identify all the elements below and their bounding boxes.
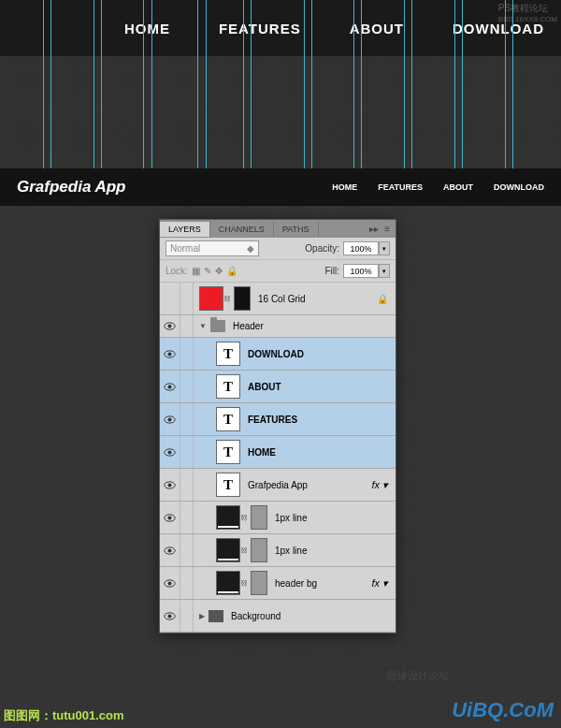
layer-thumb: [216, 538, 240, 562]
layer-thumb: [216, 505, 240, 530]
visibility-toggle[interactable]: [160, 436, 180, 468]
fill-input[interactable]: 100%: [343, 264, 379, 278]
blend-mode-select[interactable]: Normal◆: [165, 240, 259, 256]
opacity-label: Opacity:: [305, 243, 339, 254]
tab-layers[interactable]: LAYERS: [160, 222, 210, 237]
visibility-toggle[interactable]: [160, 534, 180, 566]
opacity-input[interactable]: 100%: [343, 241, 379, 255]
watermark-top: PS教程论坛 BBS.16XX8.COM: [498, 2, 557, 23]
tab-paths[interactable]: PATHS: [274, 222, 319, 237]
layer-row[interactable]: ⛓1px line: [160, 502, 396, 534]
visibility-toggle[interactable]: [160, 315, 180, 337]
lock-icon[interactable]: 🔒: [377, 294, 388, 304]
layer-row[interactable]: THOME: [160, 436, 396, 469]
svg-point-19: [167, 614, 171, 618]
svg-point-3: [167, 352, 171, 356]
fill-label: Fill:: [324, 266, 339, 276]
layer-name[interactable]: DOWNLOAD: [248, 349, 304, 359]
mask-thumb: [251, 505, 267, 530]
layer-row[interactable]: ▶Background: [160, 600, 396, 633]
layer-thumb: [199, 286, 223, 311]
layer-name[interactable]: HOME: [248, 447, 276, 458]
lock-label: Lock:: [165, 266, 188, 276]
subnav-features[interactable]: FEATURES: [378, 182, 423, 192]
fx-indicator[interactable]: fx ▾: [371, 577, 388, 590]
panel-tabs: LAYERS CHANNELS PATHS ▸▸ ≡: [160, 220, 396, 238]
link-icon: ⛓: [240, 514, 248, 522]
visibility-toggle[interactable]: [160, 371, 180, 402]
subnav-download[interactable]: DOWNLOAD: [494, 182, 544, 192]
expand-icon[interactable]: ▼: [199, 322, 207, 330]
canvas-area: LAYERS CHANNELS PATHS ▸▸ ≡ Normal◆ Opaci…: [0, 206, 561, 728]
main-header: HOMEFEATURESABOUTDOWNLOAD: [0, 0, 561, 56]
layer-row[interactable]: ⛓16 Col Grid🔒: [160, 283, 396, 315]
layer-name[interactable]: Header: [233, 321, 264, 331]
layer-row[interactable]: ▼Header: [160, 315, 396, 338]
svg-point-9: [167, 450, 171, 454]
fill-dropdown-icon[interactable]: ▾: [379, 264, 390, 278]
subnav-home[interactable]: HOME: [332, 182, 357, 192]
layer-row[interactable]: ⛓1px line: [160, 534, 396, 567]
lock-row: Lock: ▦ ✎ ✥ 🔒 Fill: 100% ▾: [160, 260, 396, 283]
panel-menu-icon[interactable]: ≡: [384, 224, 390, 234]
layers-list: ⛓16 Col Grid🔒▼HeaderTDOWNLOADTABOUTTFEAT…: [160, 283, 396, 633]
mask-thumb: [251, 571, 267, 595]
svg-point-17: [167, 581, 171, 585]
visibility-toggle[interactable]: [160, 600, 180, 632]
watermark-bottom-left: 图图网：tutu001.com: [4, 707, 124, 724]
svg-point-7: [167, 417, 171, 421]
lock-position-icon[interactable]: ✥: [215, 266, 223, 276]
link-icon: ⛓: [223, 295, 231, 303]
panel-collapse-icon[interactable]: ▸▸: [369, 224, 379, 234]
layer-name[interactable]: Grafpedia App: [248, 480, 308, 490]
visibility-toggle[interactable]: [160, 469, 180, 501]
layer-row[interactable]: ⛓header bgfx ▾: [160, 567, 396, 600]
layer-row[interactable]: TFEATURES: [160, 403, 396, 436]
layer-name[interactable]: header bg: [275, 578, 317, 589]
watermark-mid: 思缘设计论坛: [387, 669, 449, 683]
link-icon: ⛓: [240, 546, 248, 555]
svg-point-1: [167, 324, 171, 328]
lock-paint-icon[interactable]: ✎: [204, 266, 211, 276]
nav-about[interactable]: ABOUT: [350, 21, 404, 36]
visibility-toggle[interactable]: [160, 338, 180, 370]
tab-channels[interactable]: CHANNELS: [210, 222, 274, 237]
layer-name[interactable]: Background: [231, 611, 280, 621]
visibility-toggle[interactable]: [160, 502, 180, 533]
layer-name[interactable]: 1px line: [275, 513, 307, 523]
blend-row: Normal◆ Opacity: 100% ▾: [160, 238, 396, 260]
folder-icon: [209, 610, 223, 622]
subnav-about[interactable]: ABOUT: [443, 182, 473, 192]
visibility-toggle[interactable]: [160, 567, 180, 599]
text-layer-icon: T: [216, 374, 240, 399]
nav-home[interactable]: HOME: [124, 21, 170, 36]
layer-row[interactable]: TGrafpedia Appfx ▾: [160, 469, 396, 502]
layer-thumb: [216, 571, 240, 595]
brand-title: Grafpedia App: [17, 178, 126, 197]
link-icon: ⛓: [240, 579, 248, 588]
lock-all-icon[interactable]: 🔒: [226, 266, 237, 276]
expand-icon[interactable]: ▶: [199, 612, 205, 620]
visibility-toggle[interactable]: [160, 283, 180, 314]
layer-name[interactable]: 16 Col Grid: [258, 294, 306, 304]
layer-name[interactable]: 1px line: [275, 546, 307, 556]
mask-thumb: [251, 538, 267, 562]
layer-row[interactable]: TDOWNLOAD: [160, 338, 396, 371]
layer-name[interactable]: FEATURES: [248, 415, 297, 425]
layers-panel: LAYERS CHANNELS PATHS ▸▸ ≡ Normal◆ Opaci…: [159, 219, 396, 633]
nav-features[interactable]: FEATURES: [219, 21, 301, 36]
lock-transparency-icon[interactable]: ▦: [192, 266, 200, 276]
layer-row[interactable]: TABOUT: [160, 371, 396, 403]
main-nav: HOMEFEATURESABOUTDOWNLOAD: [124, 21, 544, 36]
svg-point-5: [167, 385, 171, 388]
svg-point-13: [167, 516, 171, 519]
lock-icons: ▦ ✎ ✥ 🔒: [192, 266, 237, 276]
sub-header: Grafpedia App HOMEFEATURESABOUTDOWNLOAD: [0, 168, 561, 206]
folder-icon: [210, 320, 225, 332]
text-layer-icon: T: [216, 473, 240, 497]
visibility-toggle[interactable]: [160, 403, 180, 435]
fx-indicator[interactable]: fx ▾: [371, 479, 388, 491]
opacity-dropdown-icon[interactable]: ▾: [379, 241, 390, 255]
watermark-bottom-right: UiBQ.CoM: [452, 698, 554, 722]
layer-name[interactable]: ABOUT: [248, 382, 281, 392]
